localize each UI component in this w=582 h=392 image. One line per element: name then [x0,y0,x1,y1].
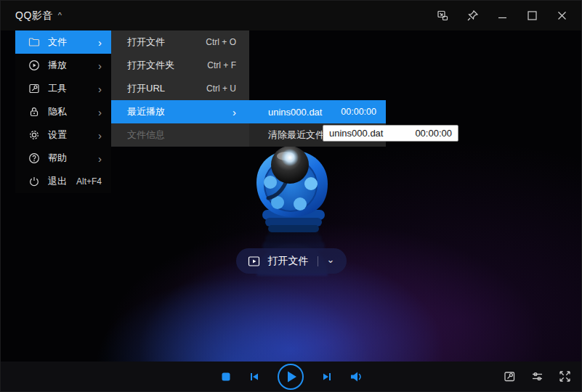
toolbox-button[interactable] [504,370,516,383]
next-icon [321,371,333,383]
toolbox-icon [28,83,40,94]
submenu-item-open-url[interactable]: 打开URL Ctrl + U [111,77,249,100]
submenu-item-label: 文件信息 [127,128,165,142]
qq-player-window: QQ影音 ^ [0,0,582,392]
gear-icon [28,129,40,141]
chevron-right-icon: › [98,37,102,48]
submenu-shortcut: Ctrl + F [207,60,236,70]
toolbox-icon [504,370,516,383]
menu-item-label: 文件 [48,36,67,49]
play-icon [277,363,304,391]
tooltip-file-name: unins000.dat [329,128,383,139]
chevron-right-icon: › [98,153,102,164]
minimize-icon [496,9,509,22]
recent-file-name: unins000.dat [268,107,322,118]
chevron-right-icon: › [98,107,102,118]
pin-icon [466,9,479,22]
previous-icon [248,371,260,383]
open-file-label: 打开文件 [268,255,309,268]
clear-recent-label: 清除最近文件 [268,128,325,142]
chevron-right-icon: › [98,83,102,94]
fullscreen-icon [559,370,571,383]
menu-item-settings[interactable]: 设置 › [15,123,111,147]
close-icon [556,9,568,22]
recent-file-item[interactable]: unins000.dat 00:00:00 [249,100,386,123]
submenu-item-label: 打开文件 [127,36,165,49]
menu-item-label: 隐私 [48,105,67,118]
submenu-shortcut: Ctrl + U [206,83,236,94]
submenu-item-open-folder[interactable]: 打开文件夹 Ctrl + F [111,54,249,77]
open-file-button[interactable]: 打开文件 ⌄ [236,248,347,274]
menu-item-tools[interactable]: 工具 › [15,77,111,100]
lock-icon [28,106,40,118]
titlebar: QQ影音 ^ [1,1,581,30]
stop-icon [220,371,232,383]
maximize-icon [526,9,538,22]
menu-item-privacy[interactable]: 隐私 › [15,100,111,123]
submenu-item-open-file[interactable]: 打开文件 Ctrl + O [111,30,249,54]
file-submenu: 打开文件 Ctrl + O 打开文件夹 Ctrl + F 打开URL Ctrl … [111,30,249,147]
menu-item-label: 帮助 [48,152,67,165]
menu-item-label: 设置 [48,128,67,142]
fullscreen-button[interactable] [559,370,571,383]
transport-controls [220,362,363,391]
tooltip-file-time: 00:00:00 [415,128,452,139]
next-button[interactable] [321,371,333,383]
menu-shortcut: Alt+F4 [76,176,102,187]
folder-play-icon [248,256,261,267]
volume-button[interactable] [349,371,363,383]
menu-item-exit[interactable]: 退出 Alt+F4 [15,170,111,193]
help-icon [28,152,40,164]
chevron-right-icon: › [233,107,236,118]
pin-button[interactable] [466,9,479,23]
window-controls [436,9,568,23]
minimize-button[interactable] [496,9,509,23]
menu-item-play[interactable]: 播放 › [15,54,111,77]
submenu-item-label: 打开URL [127,82,165,95]
power-icon [28,176,40,187]
submenu-item-label: 最近播放 [127,105,165,118]
recent-file-time: 00:00:00 [341,107,376,117]
volume-icon [349,371,363,383]
maximize-button[interactable] [525,9,538,23]
chevron-right-icon: › [98,60,102,71]
utility-controls [504,362,571,391]
menu-item-label: 退出 [48,175,67,188]
submenu-item-recent-play[interactable]: 最近播放 › [111,100,249,123]
play-button[interactable] [277,363,304,391]
mini-mode-button[interactable] [436,9,449,23]
submenu-shortcut: Ctrl + O [206,37,236,47]
chevron-right-icon: › [98,130,102,141]
stop-button[interactable] [220,371,232,383]
play-circle-icon [28,60,40,71]
menu-item-label: 工具 [48,82,67,95]
menu-item-help[interactable]: 帮助 › [15,147,111,170]
menu-item-label: 播放 [48,59,67,72]
submenu-item-file-info[interactable]: 文件信息 [111,123,249,147]
main-menu: 文件 › 播放 › 工具 › 隐私 › [15,30,111,193]
folder-icon [28,36,40,48]
close-button[interactable] [555,9,568,23]
app-title: QQ影音 [15,9,53,23]
submenu-item-label: 打开文件夹 [127,59,174,72]
mini-mode-icon [437,9,449,22]
menu-item-file[interactable]: 文件 › [15,30,111,54]
chevron-down-icon[interactable]: ⌄ [327,254,335,265]
previous-button[interactable] [248,371,260,383]
playback-controlbar [1,362,581,391]
title-caret-icon[interactable]: ^ [58,11,62,20]
playlist-settings-button[interactable] [531,370,543,383]
recent-file-tooltip: unins000.dat 00:00:00 [323,125,458,142]
sliders-icon [531,370,543,383]
button-divider [318,256,318,266]
